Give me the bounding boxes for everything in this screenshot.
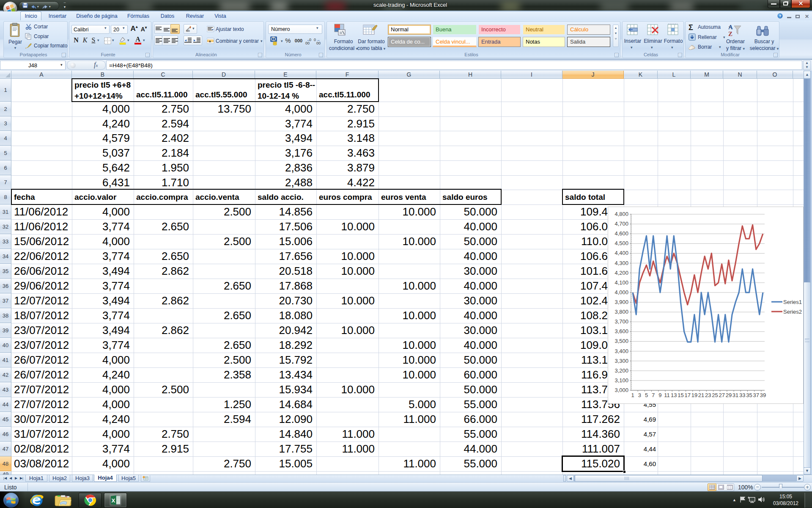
svg-text:Series1: Series1 xyxy=(783,299,802,305)
svg-text:00: 00 xyxy=(305,41,310,45)
svg-text:3,100: 3,100 xyxy=(614,377,628,384)
svg-text:3,400: 3,400 xyxy=(614,348,628,354)
svg-text:29: 29 xyxy=(726,392,732,398)
svg-text:ab: ab xyxy=(186,29,190,32)
svg-text:3,900: 3,900 xyxy=(614,299,628,305)
svg-text:5: 5 xyxy=(645,392,648,398)
svg-text:13: 13 xyxy=(671,392,677,398)
svg-text:3,600: 3,600 xyxy=(614,328,628,334)
svg-text:35: 35 xyxy=(746,392,752,398)
svg-text:23: 23 xyxy=(705,392,711,398)
svg-text:Z: Z xyxy=(728,30,732,37)
svg-text:00: 00 xyxy=(316,41,321,45)
svg-text:21: 21 xyxy=(698,392,704,398)
svg-text:19: 19 xyxy=(691,392,697,398)
svg-text:3,700: 3,700 xyxy=(614,318,628,325)
svg-text:3,000: 3,000 xyxy=(614,387,628,393)
svg-text:31: 31 xyxy=(732,392,738,398)
svg-text:4,600: 4,600 xyxy=(614,230,628,237)
svg-text:Series2: Series2 xyxy=(783,309,802,315)
svg-text:a: a xyxy=(209,39,211,43)
svg-text:4,200: 4,200 xyxy=(614,270,628,276)
svg-text:4,000: 4,000 xyxy=(614,289,628,295)
svg-text:25: 25 xyxy=(712,392,718,398)
svg-text:3,200: 3,200 xyxy=(614,367,628,374)
svg-text:4,700: 4,700 xyxy=(614,221,628,227)
svg-text:A: A xyxy=(728,24,733,30)
svg-text:11: 11 xyxy=(664,392,670,398)
svg-text:4,100: 4,100 xyxy=(614,279,628,286)
svg-text:X: X xyxy=(112,497,115,504)
svg-text:4,800: 4,800 xyxy=(614,211,628,217)
svg-text:0: 0 xyxy=(314,38,316,42)
svg-text:17: 17 xyxy=(684,392,690,398)
svg-text:39: 39 xyxy=(760,392,766,398)
svg-text:9: 9 xyxy=(658,392,661,398)
svg-text:4,300: 4,300 xyxy=(614,260,628,266)
svg-text:33: 33 xyxy=(739,392,745,398)
svg-text:3,500: 3,500 xyxy=(614,338,628,344)
svg-text:3: 3 xyxy=(638,392,641,398)
svg-text:15: 15 xyxy=(678,392,683,398)
svg-text:37: 37 xyxy=(753,392,759,398)
svg-text:1: 1 xyxy=(631,392,634,398)
svg-text:7: 7 xyxy=(652,392,655,398)
svg-text:4,500: 4,500 xyxy=(614,240,628,246)
svg-text:4,400: 4,400 xyxy=(614,250,628,256)
svg-text:3,300: 3,300 xyxy=(614,358,628,364)
svg-text:27: 27 xyxy=(719,392,724,398)
svg-text:3,800: 3,800 xyxy=(614,309,628,315)
